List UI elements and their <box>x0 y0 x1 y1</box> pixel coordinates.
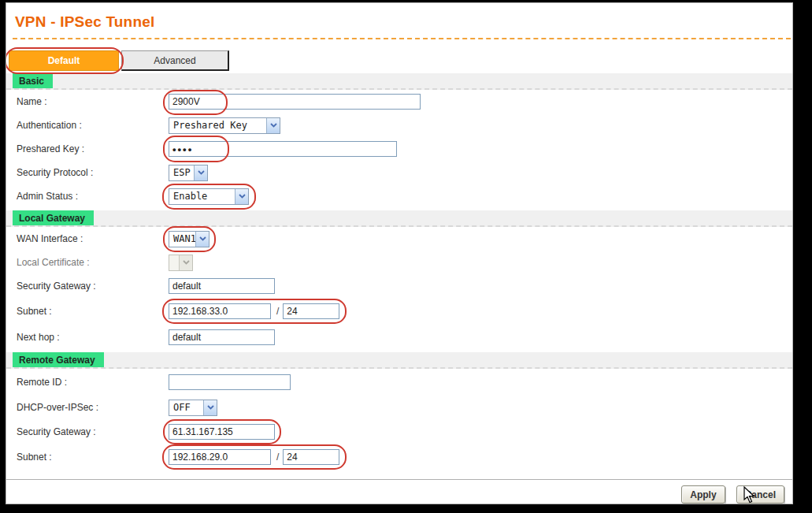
section-header-local-gateway: Local Gateway <box>6 210 792 227</box>
row-wan-interface: WAN Interface : WAN1 <box>6 227 792 251</box>
vpn-ipsec-page: VPN - IPSec Tunnel Default Advanced Basi… <box>6 2 793 504</box>
name-label: Name : <box>6 96 169 107</box>
preshared-key-label: Preshared Key : <box>6 143 169 154</box>
admin-status-select-value: Enable <box>169 189 235 204</box>
local-certificate-select[interactable] <box>169 255 193 271</box>
security-protocol-label: Security Protocol : <box>6 167 169 178</box>
remote-id-label: Remote ID : <box>6 377 169 388</box>
local-subnet-ip-input[interactable] <box>169 303 271 319</box>
security-protocol-select-value: ESP <box>169 165 194 180</box>
chevron-down-icon <box>194 165 207 180</box>
section-local-gateway-label: Local Gateway <box>13 210 94 225</box>
row-name: Name : <box>6 90 792 113</box>
next-hop-label: Next hop : <box>6 332 169 343</box>
remote-security-gateway-label: Security Gateway : <box>6 426 169 437</box>
remote-security-gateway-input[interactable] <box>169 424 275 440</box>
local-subnet-label: Subnet : <box>6 306 169 317</box>
remote-subnet-label: Subnet : <box>6 452 169 463</box>
title-divider <box>13 38 791 39</box>
row-authentication: Authentication : Preshared Key <box>6 113 792 137</box>
wan-interface-select[interactable]: WAN1 <box>169 231 209 247</box>
chevron-down-icon <box>235 189 248 204</box>
next-hop-input[interactable] <box>169 329 275 345</box>
row-local-subnet: Subnet : / <box>6 298 792 324</box>
row-next-hop: Next hop : <box>6 324 792 350</box>
authentication-select-value: Preshared Key <box>169 118 266 133</box>
admin-status-label: Admin Status : <box>6 191 169 202</box>
local-security-gateway-input[interactable] <box>169 278 275 294</box>
chevron-down-icon <box>266 118 280 133</box>
local-subnet-mask-input[interactable] <box>283 303 339 319</box>
remote-subnet-ip-input[interactable] <box>169 449 271 465</box>
subnet-separator: / <box>276 452 279 463</box>
remote-id-input[interactable] <box>169 374 291 390</box>
authentication-select[interactable]: Preshared Key <box>169 117 280 134</box>
local-certificate-select-value <box>169 255 179 270</box>
row-remote-id: Remote ID : <box>6 369 792 395</box>
local-certificate-label: Local Certificate : <box>6 257 169 268</box>
chevron-down-icon <box>179 255 192 270</box>
row-dhcp-over-ipsec: DHCP-over-IPSec : OFF <box>6 395 792 420</box>
dhcp-over-ipsec-select-value: OFF <box>169 400 203 415</box>
row-admin-status: Admin Status : Enable <box>6 184 792 208</box>
mouse-cursor-icon <box>743 486 755 504</box>
section-remote-gateway-label: Remote Gateway <box>13 352 104 367</box>
name-input[interactable] <box>169 94 421 110</box>
local-security-gateway-label: Security Gateway : <box>6 281 169 292</box>
apply-button[interactable]: Apply <box>681 485 725 504</box>
tab-bar: Default Advanced <box>9 50 792 71</box>
row-remote-security-gateway: Security Gateway : <box>6 420 792 444</box>
tab-advanced[interactable]: Advanced <box>121 50 229 71</box>
section-basic-label: Basic <box>13 73 53 88</box>
security-protocol-select[interactable]: ESP <box>169 165 208 181</box>
authentication-label: Authentication : <box>6 120 169 131</box>
row-remote-subnet: Subnet : / <box>6 444 792 470</box>
subnet-separator: / <box>276 306 279 317</box>
footer: Apply Cancel <box>6 480 792 504</box>
row-security-protocol: Security Protocol : ESP <box>6 161 792 184</box>
chevron-down-icon <box>195 232 209 247</box>
wan-interface-select-value: WAN1 <box>169 232 195 247</box>
tab-default[interactable]: Default <box>9 50 119 71</box>
page-title: VPN - IPSec Tunnel <box>15 13 792 31</box>
section-header-basic: Basic <box>6 73 792 90</box>
section-header-remote-gateway: Remote Gateway <box>6 352 792 369</box>
chevron-down-icon <box>203 400 217 415</box>
row-preshared-key: Preshared Key : <box>6 137 792 161</box>
remote-subnet-mask-input[interactable] <box>283 449 339 465</box>
tab-default-label: Default <box>48 55 80 66</box>
wan-interface-label: WAN Interface : <box>6 233 169 244</box>
tab-advanced-label: Advanced <box>154 55 195 66</box>
dhcp-over-ipsec-label: DHCP-over-IPSec : <box>6 402 169 413</box>
row-local-certificate: Local Certificate : <box>6 251 792 274</box>
preshared-key-input[interactable] <box>169 141 397 157</box>
dhcp-over-ipsec-select[interactable]: OFF <box>169 400 217 416</box>
row-local-security-gateway: Security Gateway : <box>6 274 792 298</box>
admin-status-select[interactable]: Enable <box>169 188 249 205</box>
